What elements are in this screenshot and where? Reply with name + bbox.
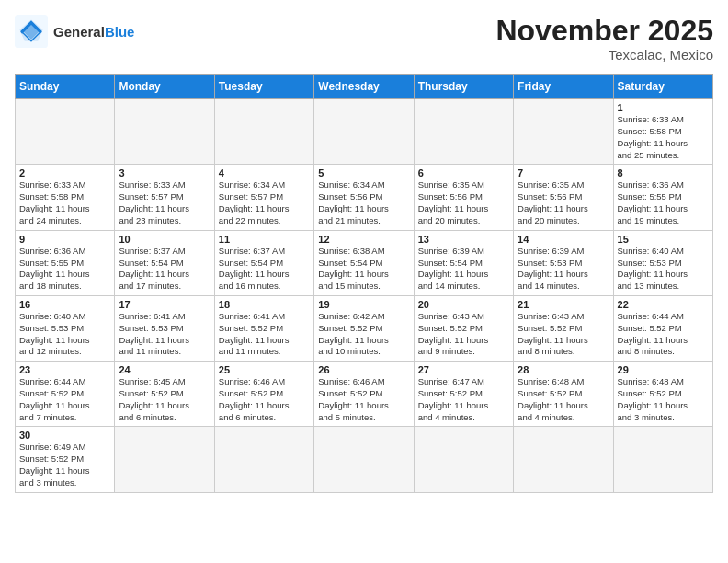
calendar-week-row: 2Sunrise: 6:33 AMSunset: 5:58 PMDaylight… (16, 165, 713, 230)
day-number: 29 (618, 364, 709, 375)
calendar-table: SundayMondayTuesdayWednesdayThursdayFrid… (15, 74, 713, 493)
day-number: 12 (318, 234, 409, 245)
weekday-header-wednesday: Wednesday (314, 75, 414, 99)
day-number: 16 (19, 299, 110, 310)
day-number: 11 (219, 234, 310, 245)
calendar-day-cell: 10Sunrise: 6:37 AMSunset: 5:54 PMDayligh… (115, 230, 214, 295)
calendar-day-cell (214, 99, 313, 165)
day-info: Sunrise: 6:47 AMSunset: 5:52 PMDaylight:… (418, 376, 509, 423)
weekday-header-thursday: Thursday (414, 75, 513, 99)
calendar-day-cell: 18Sunrise: 6:41 AMSunset: 5:52 PMDayligh… (214, 295, 313, 361)
day-info: Sunrise: 6:40 AMSunset: 5:53 PMDaylight:… (19, 311, 110, 358)
page-header: GeneralBlue November 2025 Texcalac, Mexi… (15, 15, 713, 63)
day-number: 26 (318, 364, 409, 375)
day-info: Sunrise: 6:44 AMSunset: 5:52 PMDaylight:… (618, 311, 709, 358)
day-number: 3 (119, 167, 210, 178)
day-number: 6 (418, 167, 509, 178)
day-info: Sunrise: 6:43 AMSunset: 5:52 PMDaylight:… (518, 311, 609, 358)
day-number: 1 (618, 102, 709, 113)
calendar-title: November 2025 (495, 15, 713, 47)
calendar-day-cell: 28Sunrise: 6:48 AMSunset: 5:52 PMDayligh… (514, 362, 613, 427)
calendar-day-cell (514, 427, 613, 492)
logo-icon (15, 15, 48, 48)
day-number: 5 (318, 167, 409, 178)
day-number: 15 (618, 234, 709, 245)
day-number: 30 (19, 430, 110, 441)
day-info: Sunrise: 6:45 AMSunset: 5:52 PMDaylight:… (119, 376, 210, 423)
weekday-header-row: SundayMondayTuesdayWednesdayThursdayFrid… (16, 75, 713, 99)
calendar-day-cell: 8Sunrise: 6:36 AMSunset: 5:55 PMDaylight… (613, 165, 712, 230)
day-info: Sunrise: 6:49 AMSunset: 5:52 PMDaylight:… (19, 442, 110, 488)
day-number: 24 (119, 364, 210, 375)
calendar-day-cell: 4Sunrise: 6:34 AMSunset: 5:57 PMDaylight… (214, 165, 313, 230)
day-info: Sunrise: 6:44 AMSunset: 5:52 PMDaylight:… (19, 376, 110, 423)
calendar-day-cell: 17Sunrise: 6:41 AMSunset: 5:53 PMDayligh… (115, 295, 214, 361)
calendar-day-cell: 9Sunrise: 6:36 AMSunset: 5:55 PMDaylight… (16, 230, 115, 295)
title-block: November 2025 Texcalac, Mexico (495, 15, 713, 63)
day-info: Sunrise: 6:41 AMSunset: 5:53 PMDaylight:… (119, 311, 210, 358)
calendar-day-cell: 29Sunrise: 6:48 AMSunset: 5:52 PMDayligh… (613, 362, 712, 427)
calendar-day-cell (613, 427, 712, 492)
calendar-day-cell (414, 427, 513, 492)
day-number: 20 (418, 299, 509, 310)
day-info: Sunrise: 6:33 AMSunset: 5:58 PMDaylight:… (618, 114, 709, 161)
day-info: Sunrise: 6:33 AMSunset: 5:58 PMDaylight:… (19, 179, 110, 226)
calendar-day-cell: 13Sunrise: 6:39 AMSunset: 5:54 PMDayligh… (414, 230, 513, 295)
day-info: Sunrise: 6:40 AMSunset: 5:53 PMDaylight:… (618, 246, 709, 293)
calendar-day-cell: 6Sunrise: 6:35 AMSunset: 5:56 PMDaylight… (414, 165, 513, 230)
day-info: Sunrise: 6:38 AMSunset: 5:54 PMDaylight:… (318, 246, 409, 293)
day-number: 17 (119, 299, 210, 310)
calendar-week-row: 9Sunrise: 6:36 AMSunset: 5:55 PMDaylight… (16, 230, 713, 295)
calendar-day-cell: 26Sunrise: 6:46 AMSunset: 5:52 PMDayligh… (314, 362, 414, 427)
calendar-day-cell (514, 99, 613, 165)
calendar-week-row: 23Sunrise: 6:44 AMSunset: 5:52 PMDayligh… (16, 362, 713, 427)
weekday-header-friday: Friday (514, 75, 613, 99)
day-info: Sunrise: 6:34 AMSunset: 5:56 PMDaylight:… (318, 179, 409, 226)
day-number: 25 (219, 364, 310, 375)
day-number: 7 (518, 167, 609, 178)
day-number: 13 (418, 234, 509, 245)
calendar-day-cell: 20Sunrise: 6:43 AMSunset: 5:52 PMDayligh… (414, 295, 513, 361)
day-info: Sunrise: 6:34 AMSunset: 5:57 PMDaylight:… (219, 179, 310, 226)
day-number: 10 (119, 234, 210, 245)
calendar-week-row: 1Sunrise: 6:33 AMSunset: 5:58 PMDaylight… (16, 99, 713, 165)
day-number: 2 (19, 167, 110, 178)
day-info: Sunrise: 6:37 AMSunset: 5:54 PMDaylight:… (119, 246, 210, 293)
day-info: Sunrise: 6:35 AMSunset: 5:56 PMDaylight:… (418, 179, 509, 226)
weekday-header-sunday: Sunday (16, 75, 115, 99)
day-info: Sunrise: 6:36 AMSunset: 5:55 PMDaylight:… (618, 179, 709, 226)
day-number: 27 (418, 364, 509, 375)
calendar-subtitle: Texcalac, Mexico (495, 47, 713, 63)
day-info: Sunrise: 6:46 AMSunset: 5:52 PMDaylight:… (219, 376, 310, 423)
calendar-day-cell: 11Sunrise: 6:37 AMSunset: 5:54 PMDayligh… (214, 230, 313, 295)
calendar-day-cell (314, 427, 414, 492)
calendar-day-cell: 3Sunrise: 6:33 AMSunset: 5:57 PMDaylight… (115, 165, 214, 230)
day-info: Sunrise: 6:39 AMSunset: 5:54 PMDaylight:… (418, 246, 509, 293)
day-number: 9 (19, 234, 110, 245)
calendar-day-cell: 16Sunrise: 6:40 AMSunset: 5:53 PMDayligh… (16, 295, 115, 361)
calendar-day-cell: 14Sunrise: 6:39 AMSunset: 5:53 PMDayligh… (514, 230, 613, 295)
calendar-day-cell: 21Sunrise: 6:43 AMSunset: 5:52 PMDayligh… (514, 295, 613, 361)
day-info: Sunrise: 6:35 AMSunset: 5:56 PMDaylight:… (518, 179, 609, 226)
day-info: Sunrise: 6:37 AMSunset: 5:54 PMDaylight:… (219, 246, 310, 293)
calendar-day-cell: 22Sunrise: 6:44 AMSunset: 5:52 PMDayligh… (613, 295, 712, 361)
calendar-day-cell: 15Sunrise: 6:40 AMSunset: 5:53 PMDayligh… (613, 230, 712, 295)
weekday-header-tuesday: Tuesday (214, 75, 313, 99)
day-number: 23 (19, 364, 110, 375)
day-number: 4 (219, 167, 310, 178)
calendar-week-row: 16Sunrise: 6:40 AMSunset: 5:53 PMDayligh… (16, 295, 713, 361)
calendar-day-cell: 7Sunrise: 6:35 AMSunset: 5:56 PMDaylight… (514, 165, 613, 230)
calendar-day-cell: 23Sunrise: 6:44 AMSunset: 5:52 PMDayligh… (16, 362, 115, 427)
day-info: Sunrise: 6:48 AMSunset: 5:52 PMDaylight:… (618, 376, 709, 423)
day-number: 8 (618, 167, 709, 178)
calendar-day-cell (214, 427, 313, 492)
day-info: Sunrise: 6:36 AMSunset: 5:55 PMDaylight:… (19, 246, 110, 293)
day-info: Sunrise: 6:43 AMSunset: 5:52 PMDaylight:… (418, 311, 509, 358)
calendar-day-cell (115, 99, 214, 165)
calendar-day-cell (414, 99, 513, 165)
calendar-day-cell: 30Sunrise: 6:49 AMSunset: 5:52 PMDayligh… (16, 427, 115, 492)
calendar-day-cell: 5Sunrise: 6:34 AMSunset: 5:56 PMDaylight… (314, 165, 414, 230)
calendar-day-cell: 1Sunrise: 6:33 AMSunset: 5:58 PMDaylight… (613, 99, 712, 165)
day-number: 14 (518, 234, 609, 245)
day-number: 18 (219, 299, 310, 310)
